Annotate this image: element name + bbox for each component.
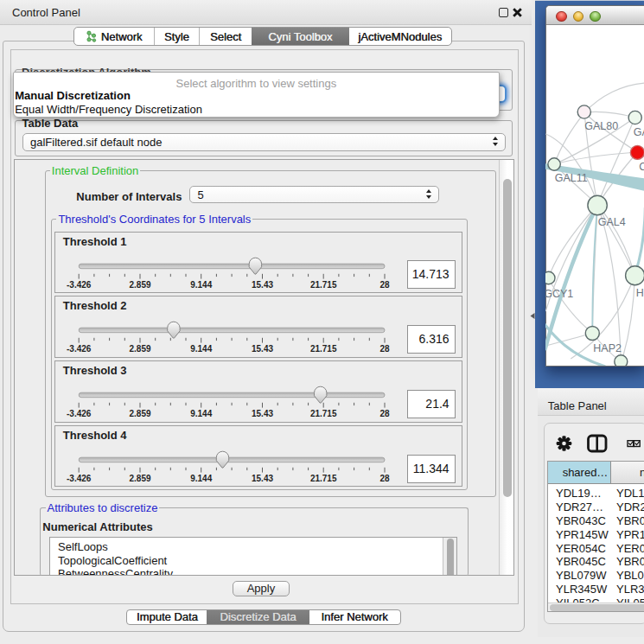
svg-text:GA: GA bbox=[633, 126, 643, 138]
svg-text:GCY1: GCY1 bbox=[545, 288, 573, 300]
svg-text:H: H bbox=[635, 287, 643, 299]
svg-text:GAL80: GAL80 bbox=[584, 120, 618, 132]
svg-text:GAL4: GAL4 bbox=[597, 216, 625, 228]
svg-text:HAP2: HAP2 bbox=[593, 342, 622, 354]
svg-text:GAL11: GAL11 bbox=[554, 173, 587, 185]
svg-text:C: C bbox=[639, 161, 644, 173]
